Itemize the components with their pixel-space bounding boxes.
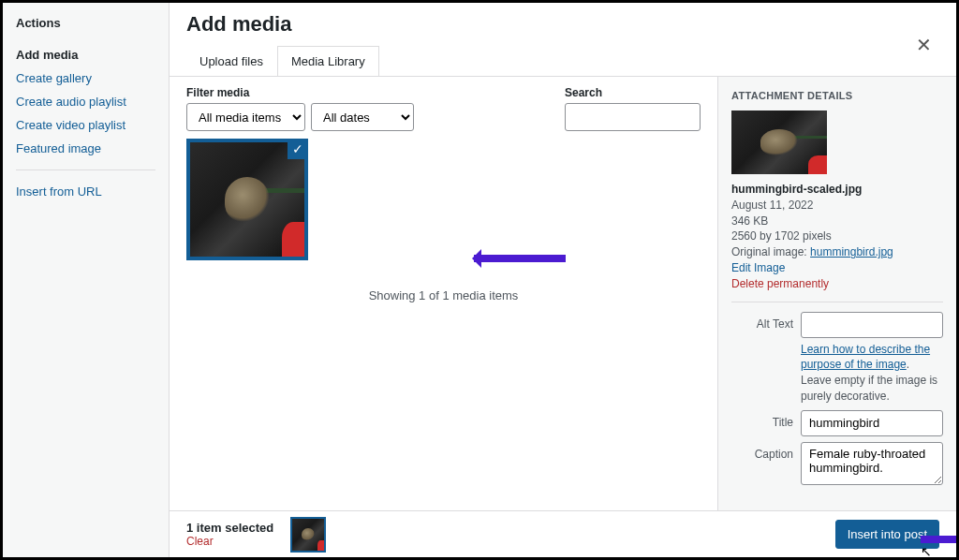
annotation-arrow-2 xyxy=(921,536,959,543)
close-button[interactable]: ✕ xyxy=(908,30,939,60)
header: Add media Upload files Media Library ✕ xyxy=(170,3,956,77)
showing-count: Showing 1 of 1 media items xyxy=(186,288,701,302)
sidebar-item-create-gallery[interactable]: Create gallery xyxy=(16,66,155,90)
selection-count: 1 item selected xyxy=(186,521,273,535)
check-icon: ✓ xyxy=(292,141,303,156)
original-image-link[interactable]: hummingbird.jpg xyxy=(810,245,893,258)
title-label: Title xyxy=(731,410,793,429)
details-filesize: 346 KB xyxy=(731,214,943,229)
caption-label: Caption xyxy=(731,442,793,461)
close-icon: ✕ xyxy=(916,35,932,55)
tabs: Upload files Media Library xyxy=(185,37,379,77)
alt-text-help-link[interactable]: Learn how to describe the purpose of the… xyxy=(801,343,930,372)
content: Filter media All media items All dates S… xyxy=(170,77,956,510)
main: Add media Upload files Media Library ✕ F… xyxy=(170,3,956,557)
divider xyxy=(16,169,155,170)
details-filename: hummingbird-scaled.jpg xyxy=(731,182,943,198)
attachment-details: ATTACHMENT DETAILS hummingbird-scaled.jp… xyxy=(717,77,956,510)
alt-text-input[interactable] xyxy=(801,312,943,338)
details-original: Original image: hummingbird.jpg xyxy=(731,244,943,260)
cursor-icon: ↖ xyxy=(921,544,932,559)
annotation-arrow xyxy=(474,255,566,262)
details-dimensions: 2560 by 1702 pixels xyxy=(731,228,943,244)
footer: 1 item selected Clear Insert into post ↖ xyxy=(170,510,956,557)
selected-thumbnail[interactable] xyxy=(290,517,326,553)
sidebar-item-create-video-playlist[interactable]: Create video playlist xyxy=(16,113,155,137)
delete-permanently-link[interactable]: Delete permanently xyxy=(731,277,829,290)
filter-media-label: Filter media xyxy=(186,86,414,99)
caption-textarea[interactable]: Female ruby-throated hummingbird. xyxy=(801,442,943,485)
media-thumbnail[interactable]: ✓ xyxy=(186,139,308,260)
clear-selection-link[interactable]: Clear xyxy=(186,535,273,548)
sidebar-item-add-media[interactable]: Add media xyxy=(16,43,155,66)
sidebar-heading: Actions xyxy=(16,16,155,30)
title-input[interactable] xyxy=(801,410,943,436)
sidebar: Actions Add media Create gallery Create … xyxy=(3,3,170,557)
filter-type-select[interactable]: All media items xyxy=(186,103,305,131)
sidebar-item-insert-from-url[interactable]: Insert from URL xyxy=(16,180,155,203)
page-title: Add media xyxy=(186,12,379,37)
details-thumbnail xyxy=(731,111,827,174)
search-input[interactable] xyxy=(565,103,701,131)
details-date: August 11, 2022 xyxy=(731,198,943,214)
thumbnail-grid: ✓ xyxy=(186,139,701,260)
tab-upload-files[interactable]: Upload files xyxy=(185,46,277,77)
filter-date-select[interactable]: All dates xyxy=(311,103,414,131)
alt-text-helper: Learn how to describe the purpose of the… xyxy=(801,342,943,405)
sidebar-item-create-audio-playlist[interactable]: Create audio playlist xyxy=(16,90,155,113)
thumbnail-image xyxy=(190,142,304,257)
details-heading: ATTACHMENT DETAILS xyxy=(731,90,943,101)
thumbnail-selected-check[interactable]: ✓ xyxy=(288,139,308,159)
media-pane: Filter media All media items All dates S… xyxy=(170,77,717,510)
alt-text-label: Alt Text xyxy=(731,312,793,331)
search-label: Search xyxy=(565,86,701,99)
edit-image-link[interactable]: Edit Image xyxy=(731,261,785,274)
tab-media-library[interactable]: Media Library xyxy=(277,46,379,77)
sidebar-item-featured-image[interactable]: Featured image xyxy=(16,137,155,160)
